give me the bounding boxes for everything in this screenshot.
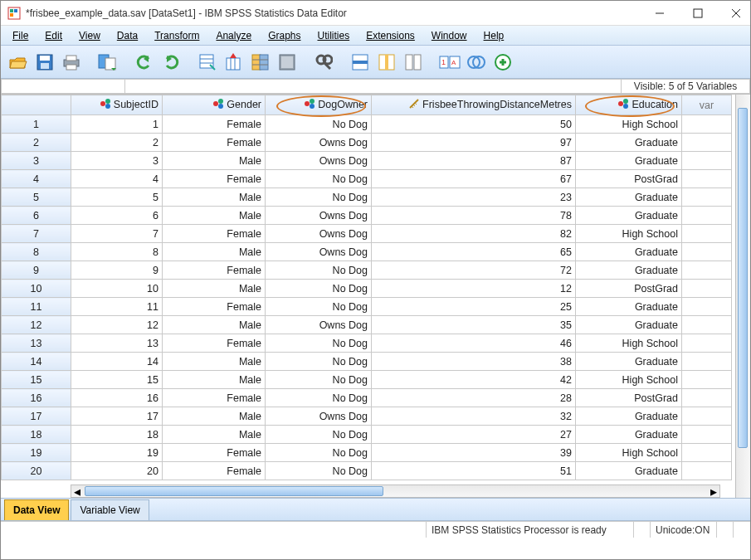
cell-dogowner[interactable]: No Dog (266, 334, 372, 353)
cell-distance[interactable]: 32 (372, 407, 576, 426)
row-header[interactable]: 20 (2, 462, 71, 480)
cell-distance[interactable]: 35 (372, 316, 576, 334)
cell-gender[interactable]: Male (163, 353, 266, 371)
maximize-button[interactable] (690, 6, 705, 21)
cell-dogowner[interactable]: No Dog (266, 280, 372, 298)
cell-education[interactable]: PostGrad (576, 170, 682, 188)
cell-empty[interactable] (682, 115, 732, 134)
row-header[interactable]: 16 (2, 389, 71, 407)
menu-view[interactable]: View (71, 28, 109, 43)
cell-dogowner[interactable]: No Dog (266, 261, 372, 280)
cell-gender[interactable]: Female (163, 170, 266, 188)
cell-distance[interactable]: 39 (372, 444, 576, 462)
cell-subjectid[interactable]: 1 (71, 115, 163, 134)
col-header-education[interactable]: Education (576, 95, 682, 115)
cell-distance[interactable]: 50 (372, 115, 576, 134)
cell-dogowner[interactable]: Owns Dog (266, 243, 372, 261)
cell-empty[interactable] (682, 207, 732, 225)
cell-subjectid[interactable]: 19 (71, 444, 163, 462)
cell-subjectid[interactable]: 4 (71, 170, 163, 188)
minimize-button[interactable] (652, 6, 667, 21)
use-sets-icon[interactable] (464, 50, 489, 75)
cell-gender[interactable]: Male (163, 426, 266, 444)
row-header[interactable]: 15 (2, 371, 71, 389)
goto-variable-icon[interactable] (222, 50, 246, 75)
cell-distance[interactable]: 27 (372, 426, 576, 444)
cell-education[interactable]: Graduate (576, 243, 682, 261)
row-header[interactable]: 6 (2, 207, 71, 225)
cell-gender[interactable]: Female (163, 462, 266, 480)
variables-icon[interactable] (248, 50, 273, 75)
col-header-dogowner[interactable]: DogOwner (266, 95, 372, 115)
row-header[interactable]: 7 (2, 225, 71, 243)
cell-dogowner[interactable]: No Dog (266, 298, 372, 316)
cell-subjectid[interactable]: 17 (71, 407, 163, 426)
cell-education[interactable]: Graduate (576, 207, 682, 225)
cell-gender[interactable]: Female (163, 225, 266, 243)
cell-gender[interactable]: Female (163, 115, 266, 134)
cell-gender[interactable]: Female (163, 298, 266, 316)
table-row[interactable]: 1212MaleOwns Dog35Graduate (2, 316, 732, 334)
cell-subjectid[interactable]: 12 (71, 316, 163, 334)
cell-empty[interactable] (682, 170, 732, 188)
menu-analyze[interactable]: Analyze (207, 28, 260, 43)
cell-distance[interactable]: 72 (372, 261, 576, 280)
cell-empty[interactable] (682, 152, 732, 170)
table-row[interactable]: 1515MaleNo Dog42High School (2, 371, 732, 389)
run-descriptives-icon[interactable] (275, 50, 300, 75)
cell-subjectid[interactable]: 2 (71, 134, 163, 152)
row-header[interactable]: 11 (2, 298, 71, 316)
cell-subjectid[interactable]: 13 (71, 334, 163, 353)
menu-window[interactable]: Window (423, 28, 475, 43)
cell-empty[interactable] (682, 225, 732, 243)
cell-dogowner[interactable]: Owns Dog (266, 407, 372, 426)
cell-gender[interactable]: Male (163, 243, 266, 261)
recall-dialog-icon[interactable] (95, 50, 120, 75)
cell-subjectid[interactable]: 20 (71, 462, 163, 480)
cell-empty[interactable] (682, 389, 732, 407)
cell-education[interactable]: PostGrad (576, 280, 682, 298)
cell-distance[interactable]: 87 (372, 152, 576, 170)
formula-box[interactable] (125, 79, 622, 94)
table-row[interactable]: 88MaleOwns Dog65Graduate (2, 243, 732, 261)
save-icon[interactable] (32, 50, 57, 75)
cell-dogowner[interactable]: No Dog (266, 188, 372, 207)
cell-education[interactable]: High School (576, 115, 682, 134)
menu-graphs[interactable]: Graphs (260, 28, 309, 43)
col-header-var[interactable]: var (682, 95, 732, 115)
table-row[interactable]: 1313FemaleNo Dog46High School (2, 334, 732, 353)
row-header[interactable]: 4 (2, 170, 71, 188)
tab-data-view[interactable]: Data View (4, 499, 69, 520)
cell-empty[interactable] (682, 188, 732, 207)
tab-variable-view[interactable]: Variable View (71, 499, 149, 520)
cell-empty[interactable] (682, 261, 732, 280)
cell-distance[interactable]: 12 (372, 280, 576, 298)
cell-distance[interactable]: 51 (372, 462, 576, 480)
cell-distance[interactable]: 25 (372, 298, 576, 316)
cell-gender[interactable]: Male (163, 280, 266, 298)
cell-subjectid[interactable]: 14 (71, 353, 163, 371)
cell-education[interactable]: Graduate (576, 426, 682, 444)
goto-case-icon[interactable] (195, 50, 220, 75)
menu-file[interactable]: File (4, 28, 37, 43)
cell-education[interactable]: Graduate (576, 261, 682, 280)
cell-dogowner[interactable]: No Dog (266, 170, 372, 188)
cell-dogowner[interactable]: No Dog (266, 462, 372, 480)
cell-gender[interactable]: Male (163, 152, 266, 170)
menu-transform[interactable]: Transform (146, 28, 207, 43)
cell-distance[interactable]: 28 (372, 389, 576, 407)
row-header[interactable]: 14 (2, 353, 71, 371)
data-grid[interactable]: SubjectID Gender DogOwner FrisbeeThrowin… (1, 95, 735, 498)
row-header[interactable]: 13 (2, 334, 71, 353)
menu-edit[interactable]: Edit (37, 28, 71, 43)
col-header-distance[interactable]: FrisbeeThrowingDistanceMetres (372, 95, 576, 115)
cell-empty[interactable] (682, 426, 732, 444)
cell-subjectid[interactable]: 11 (71, 298, 163, 316)
cell-dogowner[interactable]: Owns Dog (266, 207, 372, 225)
cell-education[interactable]: Graduate (576, 188, 682, 207)
row-header[interactable]: 9 (2, 261, 71, 280)
cell-subjectid[interactable]: 16 (71, 389, 163, 407)
cell-empty[interactable] (682, 353, 732, 371)
menu-help[interactable]: Help (475, 28, 513, 43)
table-row[interactable]: 1616FemaleNo Dog28PostGrad (2, 389, 732, 407)
